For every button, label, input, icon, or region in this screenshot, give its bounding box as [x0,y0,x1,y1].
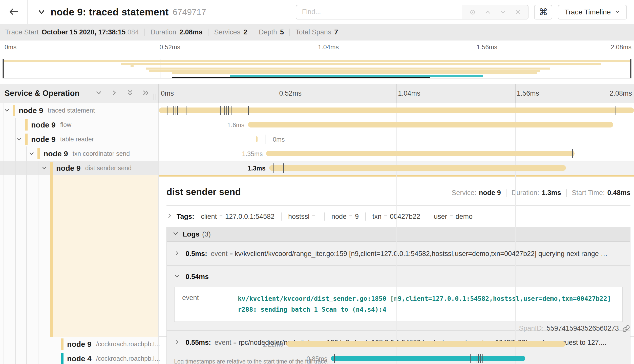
span-timeline-cell[interactable]: 1.6ms [159,118,634,132]
divider [289,29,290,36]
span-tree-cell[interactable]: node 9txn coordinator send [0,146,159,161]
span-meta: Service:node 9Duration:1.3msStart Time:0… [452,189,630,197]
minimap-span-bar [3,60,631,62]
back-button[interactable] [0,0,28,24]
locate-icon[interactable] [469,8,476,16]
log-marker-tick [173,106,174,115]
span-tree-cell[interactable]: node 9table reader [0,132,159,146]
chevron-down-icon [173,230,179,238]
span-row[interactable]: node 9txn coordinator send1.35ms [0,146,634,161]
tags-row[interactable]: Tags: client=127.0.0.1:54582hostssl=node… [166,212,630,221]
minimap-scrubber-left[interactable] [3,59,4,78]
find-tools [462,5,529,19]
span-labels: node 4/cockroach.roachpb.I... [67,351,160,364]
chevron-down-icon[interactable] [28,150,35,157]
collapse-controls [95,89,150,98]
span-duration-bar[interactable] [256,136,258,142]
close-icon[interactable] [514,9,521,16]
log-marker-tick [572,149,573,158]
span-row[interactable]: node 9table reader0ms [0,132,634,146]
span-duration-bar[interactable] [287,341,565,347]
chevron-down-icon[interactable] [37,8,46,16]
collapse-one-icon[interactable] [95,89,103,98]
chevron-up-icon[interactable] [484,8,492,16]
log-value: kv/kvclient/kvcoord/range_iter.go:159 [n… [235,250,607,258]
tags-label: Tags: [177,213,194,221]
link-icon[interactable] [622,325,630,332]
meta-value: 0.48ms [607,189,630,197]
span-row[interactable]: node 4/cockroach.roachpb.I...0.85ms [0,351,634,364]
tree-indent-guide [26,161,27,175]
minimap-canvas[interactable] [3,59,631,78]
span-detail-row: dist sender send Service:node 9Duration:… [0,175,634,337]
expand-all-icon[interactable] [142,89,150,98]
operation-name: dist sender send [85,164,132,172]
span-duration-label: 1.3ms [248,165,266,172]
minimap-span-bar [172,72,538,74]
chevron-right-icon [166,213,173,221]
span-timeline-cell[interactable]: 1.3ms [159,161,634,175]
span-timeline-cell[interactable]: 0.85ms [159,351,634,364]
timeline-header-row: Service & Operation 0ms0.52ms1.04ms1.56m… [0,84,634,103]
span-duration-bar[interactable] [248,122,613,127]
tag-value: 9 [355,213,359,221]
log-marker-tick [226,106,227,115]
log-entry-collapsed[interactable]: 0.5ms:event=kv/kvclient/kvcoord/range_it… [167,242,630,265]
log-entry-expanded-header[interactable]: 0.54ms [167,266,630,281]
minimap-scrubber-right[interactable] [630,59,631,78]
minimap-axis-label: 1.56ms [477,44,497,51]
collapse-all-icon[interactable] [126,89,134,98]
span-color-bar [25,134,28,145]
logs-header[interactable]: Logs (3) [167,227,630,242]
span-tree-cell[interactable]: node 9flow [0,118,159,132]
chevron-down-icon[interactable] [4,107,10,114]
tag-value: 127.0.0.1:54582 [225,213,274,221]
span-row[interactable]: node 9flow1.6ms [0,118,634,132]
service-name: node 9 [67,340,92,349]
minimap-axis-label: 1.04ms [318,44,339,51]
keyboard-shortcuts-button[interactable]: ⌘ [534,5,552,19]
expand-one-icon[interactable] [110,89,118,98]
trace-view-selector[interactable]: Trace Timeline [558,5,627,19]
minimap-viewport-indicator [172,77,430,78]
column-resizer[interactable] [154,94,156,100]
span-duration-bar[interactable] [266,151,575,156]
span-row[interactable]: node 9dist sender send1.3ms [0,161,634,175]
chevron-down-icon[interactable] [41,165,48,171]
trace-title-group[interactable]: node 9: traced statement 6749717 [37,7,206,18]
log-marker-tick [255,120,255,130]
tree-indent-guide [15,161,16,175]
span-tree-cell[interactable]: node 9traced statement [0,103,159,118]
tag-item: client=127.0.0.1:54582 [201,213,274,221]
span-tree-cell[interactable]: node 9/cockroach.roachpb.I... [0,337,159,351]
span-timeline-cell[interactable]: 1.22ms [159,337,634,351]
span-duration-bar[interactable] [269,165,566,171]
tree-indent-guide [26,351,27,364]
operation-name: /cockroach.roachpb.I... [96,340,160,348]
span-timeline-cell[interactable]: 0ms [159,132,634,146]
operation-name: traced statement [48,107,95,114]
span-tree-cell[interactable]: node 9dist sender send [0,161,159,175]
divider [324,212,325,221]
minimap-axis-label: 0ms [5,44,16,51]
timeline-axis-label: 1.56ms [517,90,539,97]
span-timeline-cell[interactable] [159,103,634,118]
span-timeline-cell[interactable]: 1.35ms [159,146,634,161]
span-row[interactable]: node 9traced statement [0,103,634,118]
divider [166,205,630,206]
chevron-down-icon[interactable] [16,136,23,142]
trace-minimap[interactable]: 0ms0.52ms1.04ms1.56ms2.08ms [0,40,634,84]
log-marker-tick [482,354,483,363]
minimap-span-bar [149,70,540,72]
find-input[interactable] [296,5,462,19]
service-operation-header: Service & Operation [0,84,159,103]
span-detail-panel: dist sender send Service:node 9Duration:… [159,175,634,337]
summary-item: Services2 [214,28,247,36]
span-tree-cell[interactable]: node 4/cockroach.roachpb.I... [0,351,159,364]
span-duration-bar[interactable] [159,108,634,113]
chevron-down-icon[interactable] [499,8,507,16]
span-duration-bar[interactable] [331,356,525,361]
service-name: node 4 [67,354,92,363]
span-row[interactable]: node 9/cockroach.roachpb.I...1.22ms [0,337,634,351]
tree-indent-guide [38,175,38,337]
